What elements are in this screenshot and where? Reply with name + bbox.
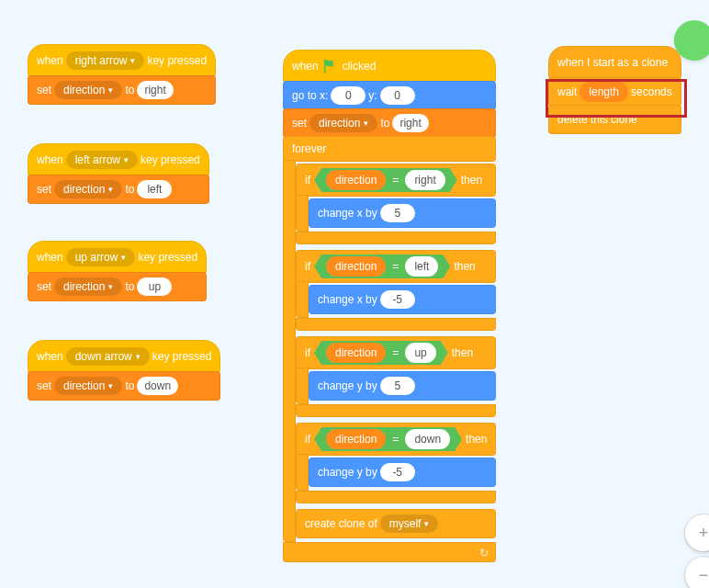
stack-main[interactable]: when clicked go to x: 0 y: 0 set directi…: [283, 50, 496, 562]
hat-when-flag-clicked[interactable]: when clicked: [283, 50, 496, 83]
input-value-up[interactable]: up: [137, 277, 172, 296]
dropdown-key-right[interactable]: right arrow▾: [66, 51, 145, 70]
plus-icon: +: [699, 524, 709, 543]
block-if-down[interactable]: if direction = down then change y by -5: [296, 423, 496, 503]
block-goto-xy[interactable]: go to x: 0 y: 0: [283, 81, 496, 110]
hat-when-key-right[interactable]: when right arrow▾ key pressed: [28, 44, 216, 77]
stack-up-arrow[interactable]: when up arrow▾ key pressed set direction…: [28, 241, 207, 301]
loop-arrow-icon: ↻: [479, 547, 489, 560]
input-x[interactable]: 0: [331, 86, 366, 105]
block-set-direction-up[interactable]: set direction▾ to up: [28, 272, 207, 301]
block-set-direction-left[interactable]: set direction▾ to left: [28, 175, 209, 204]
hat-start-as-clone[interactable]: when I start as a clone: [548, 46, 681, 79]
label-when: when: [37, 54, 63, 67]
reporter-length[interactable]: length: [580, 82, 628, 102]
label-key-pressed: key pressed: [147, 54, 207, 67]
zoom-in-button[interactable]: +: [685, 514, 709, 551]
input-value-down[interactable]: down: [137, 377, 178, 395]
block-if-right[interactable]: if direction = right then change x by 5: [296, 164, 496, 244]
input-value-right[interactable]: right: [137, 81, 173, 99]
dropdown-clone-target[interactable]: myself▾: [380, 514, 439, 533]
forever-body: if direction = right then change x by 5: [283, 160, 496, 542]
dropdown-variable-direction[interactable]: direction▾: [54, 81, 122, 99]
input-y[interactable]: 0: [380, 86, 415, 105]
hat-when-key-up[interactable]: when up arrow▾ key pressed: [28, 241, 207, 274]
dropdown-key-up[interactable]: up arrow▾: [66, 248, 136, 266]
stack-left-arrow[interactable]: when left arrow▾ key pressed set directi…: [28, 143, 209, 204]
green-flag-icon: [322, 58, 339, 74]
block-change-x-5[interactable]: change x by 5: [309, 198, 496, 228]
block-if-up[interactable]: if direction = up then change y by 5: [296, 336, 496, 417]
hat-when-key-down[interactable]: when down arrow▾ key pressed: [28, 340, 220, 373]
forever-head: forever: [283, 136, 496, 162]
block-change-y-neg5[interactable]: change y by -5: [309, 458, 496, 487]
block-set-direction-init[interactable]: set direction▾ to right: [283, 108, 496, 138]
dropdown-key-left[interactable]: left arrow▾: [66, 151, 138, 169]
block-create-clone[interactable]: create clone of myself▾: [296, 509, 496, 538]
block-forever[interactable]: forever if direction = right then: [283, 136, 496, 562]
operator-eq-down[interactable]: direction = down: [314, 427, 462, 451]
dropdown-key-down[interactable]: down arrow▾: [66, 347, 150, 366]
operator-eq-right[interactable]: direction = right: [314, 168, 457, 192]
block-delete-clone[interactable]: delete this clone: [548, 105, 681, 134]
reporter-direction[interactable]: direction: [326, 170, 386, 190]
block-if-left[interactable]: if direction = left then change x by -5: [296, 250, 496, 331]
block-set-direction-right[interactable]: set direction▾ to right: [28, 75, 216, 105]
block-wait-seconds[interactable]: wait length seconds: [548, 77, 681, 107]
hat-when-key-left[interactable]: when left arrow▾ key pressed: [28, 143, 209, 176]
stack-down-arrow[interactable]: when down arrow▾ key pressed set directi…: [28, 340, 220, 401]
forever-foot: ↻: [283, 542, 496, 562]
zoom-out-button[interactable]: −: [685, 557, 709, 588]
stack-clone[interactable]: when I start as a clone wait length seco…: [548, 46, 681, 134]
stack-right-arrow[interactable]: when right arrow▾ key pressed set direct…: [28, 44, 216, 105]
caret-icon: ▾: [130, 56, 135, 65]
operator-eq-left[interactable]: direction = left: [314, 254, 450, 278]
operator-eq-up[interactable]: direction = up: [314, 341, 448, 365]
block-change-y-5[interactable]: change y by 5: [309, 371, 496, 401]
input-value-left[interactable]: left: [137, 180, 172, 198]
block-change-x-neg5[interactable]: change x by -5: [309, 285, 496, 314]
minus-icon: −: [699, 566, 709, 585]
block-set-direction-down[interactable]: set direction▾ to down: [28, 371, 220, 401]
